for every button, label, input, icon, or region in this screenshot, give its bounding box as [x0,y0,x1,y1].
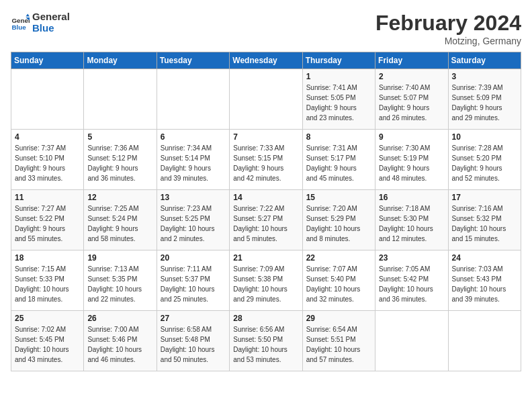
calendar-cell: 25Sunrise: 7:02 AM Sunset: 5:45 PM Dayli… [11,311,84,371]
calendar-body: 1Sunrise: 7:41 AM Sunset: 5:05 PM Daylig… [11,69,521,371]
day-info: Sunrise: 7:07 AM Sunset: 5:40 PM Dayligh… [306,264,371,304]
calendar-cell: 22Sunrise: 7:07 AM Sunset: 5:40 PM Dayli… [302,250,375,311]
day-info: Sunrise: 6:54 AM Sunset: 5:51 PM Dayligh… [306,324,371,365]
logo-icon: General Blue [11,13,30,32]
day-info: Sunrise: 7:11 AM Sunset: 5:37 PM Dayligh… [161,264,226,304]
day-number: 20 [161,253,226,263]
calendar-cell [230,69,302,130]
calendar-cell: 9Sunrise: 7:30 AM Sunset: 5:19 PM Daylig… [375,130,448,190]
day-info: Sunrise: 7:25 AM Sunset: 5:24 PM Dayligh… [87,203,152,244]
calendar-cell: 17Sunrise: 7:16 AM Sunset: 5:32 PM Dayli… [448,190,521,250]
dow-header-monday: Monday [84,52,157,69]
day-number: 27 [161,314,226,323]
week-row-4: 18Sunrise: 7:15 AM Sunset: 5:33 PM Dayli… [11,250,521,311]
calendar-cell: 11Sunrise: 7:27 AM Sunset: 5:22 PM Dayli… [11,190,84,250]
week-row-3: 11Sunrise: 7:27 AM Sunset: 5:22 PM Dayli… [11,190,521,250]
day-number: 22 [306,253,371,263]
day-number: 7 [233,132,298,142]
day-info: Sunrise: 7:05 AM Sunset: 5:42 PM Dayligh… [379,264,444,304]
calendar-cell [375,311,448,371]
day-info: Sunrise: 7:30 AM Sunset: 5:19 PM Dayligh… [379,143,444,183]
calendar-cell [448,311,521,371]
day-info: Sunrise: 7:40 AM Sunset: 5:07 PM Dayligh… [379,83,444,123]
calendar-cell: 8Sunrise: 7:31 AM Sunset: 5:17 PM Daylig… [302,130,375,190]
svg-text:Blue: Blue [11,24,26,31]
calendar-cell: 21Sunrise: 7:09 AM Sunset: 5:38 PM Dayli… [230,250,302,311]
day-number: 2 [379,72,444,81]
week-row-5: 25Sunrise: 7:02 AM Sunset: 5:45 PM Dayli… [11,311,521,371]
day-info: Sunrise: 7:23 AM Sunset: 5:25 PM Dayligh… [161,203,226,244]
svg-marker-2 [26,13,30,16]
day-info: Sunrise: 7:22 AM Sunset: 5:27 PM Dayligh… [233,203,298,244]
dow-header-thursday: Thursday [302,52,375,69]
calendar-cell: 5Sunrise: 7:36 AM Sunset: 5:12 PM Daylig… [84,130,157,190]
calendar-cell: 10Sunrise: 7:28 AM Sunset: 5:20 PM Dayli… [448,130,521,190]
logo-text-blue: Blue [32,22,70,34]
day-number: 4 [15,132,80,142]
title-block: February 2024 Motzing, Germany [375,11,521,46]
calendar-cell: 27Sunrise: 6:58 AM Sunset: 5:48 PM Dayli… [157,311,229,371]
calendar-cell: 1Sunrise: 7:41 AM Sunset: 5:05 PM Daylig… [302,69,375,130]
day-number: 15 [306,193,371,202]
day-info: Sunrise: 7:37 AM Sunset: 5:10 PM Dayligh… [15,143,80,183]
calendar-cell: 16Sunrise: 7:18 AM Sunset: 5:30 PM Dayli… [375,190,448,250]
day-info: Sunrise: 7:31 AM Sunset: 5:17 PM Dayligh… [306,143,371,183]
dow-header-wednesday: Wednesday [230,52,302,69]
logo-text-general: General [32,11,70,22]
day-info: Sunrise: 7:33 AM Sunset: 5:15 PM Dayligh… [233,143,298,183]
day-number: 9 [379,132,444,142]
day-number: 19 [87,253,152,263]
day-number: 28 [233,314,298,323]
calendar-cell: 3Sunrise: 7:39 AM Sunset: 5:09 PM Daylig… [448,69,521,130]
calendar-cell [157,69,229,130]
calendar-cell: 20Sunrise: 7:11 AM Sunset: 5:37 PM Dayli… [157,250,229,311]
day-info: Sunrise: 7:41 AM Sunset: 5:05 PM Dayligh… [306,83,371,123]
dow-header-friday: Friday [375,52,448,69]
day-info: Sunrise: 7:34 AM Sunset: 5:14 PM Dayligh… [161,143,226,183]
calendar-cell: 24Sunrise: 7:03 AM Sunset: 5:43 PM Dayli… [448,250,521,311]
calendar-cell: 14Sunrise: 7:22 AM Sunset: 5:27 PM Dayli… [230,190,302,250]
page-header: General Blue General Blue February 2024 … [11,11,521,46]
day-number: 25 [15,314,80,323]
calendar-cell [84,69,157,130]
day-info: Sunrise: 6:56 AM Sunset: 5:50 PM Dayligh… [233,324,298,365]
day-info: Sunrise: 7:28 AM Sunset: 5:20 PM Dayligh… [452,143,517,183]
week-row-2: 4Sunrise: 7:37 AM Sunset: 5:10 PM Daylig… [11,130,521,190]
dow-header-saturday: Saturday [448,52,521,69]
calendar-table: SundayMondayTuesdayWednesdayThursdayFrid… [11,52,521,371]
day-number: 17 [452,193,517,202]
day-number: 26 [87,314,152,323]
logo: General Blue General Blue [11,11,70,34]
day-number: 18 [15,253,80,263]
day-number: 5 [87,132,152,142]
day-info: Sunrise: 7:02 AM Sunset: 5:45 PM Dayligh… [15,324,80,365]
calendar-cell: 15Sunrise: 7:20 AM Sunset: 5:29 PM Dayli… [302,190,375,250]
day-info: Sunrise: 7:27 AM Sunset: 5:22 PM Dayligh… [15,203,80,244]
calendar-cell: 2Sunrise: 7:40 AM Sunset: 5:07 PM Daylig… [375,69,448,130]
week-row-1: 1Sunrise: 7:41 AM Sunset: 5:05 PM Daylig… [11,69,521,130]
calendar-cell: 13Sunrise: 7:23 AM Sunset: 5:25 PM Dayli… [157,190,229,250]
calendar-cell: 6Sunrise: 7:34 AM Sunset: 5:14 PM Daylig… [157,130,229,190]
day-number: 11 [15,193,80,202]
calendar-cell: 12Sunrise: 7:25 AM Sunset: 5:24 PM Dayli… [84,190,157,250]
calendar-cell: 23Sunrise: 7:05 AM Sunset: 5:42 PM Dayli… [375,250,448,311]
calendar-cell [11,69,84,130]
calendar-cell: 18Sunrise: 7:15 AM Sunset: 5:33 PM Dayli… [11,250,84,311]
dow-header-tuesday: Tuesday [157,52,229,69]
day-number: 29 [306,314,371,323]
day-number: 23 [379,253,444,263]
day-number: 3 [452,72,517,81]
day-number: 1 [306,72,371,81]
day-info: Sunrise: 7:03 AM Sunset: 5:43 PM Dayligh… [452,264,517,304]
location-subtitle: Motzing, Germany [375,36,521,46]
day-number: 12 [87,193,152,202]
month-title: February 2024 [375,11,521,36]
day-info: Sunrise: 7:09 AM Sunset: 5:38 PM Dayligh… [233,264,298,304]
day-of-week-row: SundayMondayTuesdayWednesdayThursdayFrid… [11,52,521,69]
day-info: Sunrise: 7:20 AM Sunset: 5:29 PM Dayligh… [306,203,371,244]
day-info: Sunrise: 7:13 AM Sunset: 5:35 PM Dayligh… [87,264,152,304]
day-info: Sunrise: 6:58 AM Sunset: 5:48 PM Dayligh… [161,324,226,365]
day-number: 10 [452,132,517,142]
calendar-cell: 19Sunrise: 7:13 AM Sunset: 5:35 PM Dayli… [84,250,157,311]
calendar-cell: 4Sunrise: 7:37 AM Sunset: 5:10 PM Daylig… [11,130,84,190]
